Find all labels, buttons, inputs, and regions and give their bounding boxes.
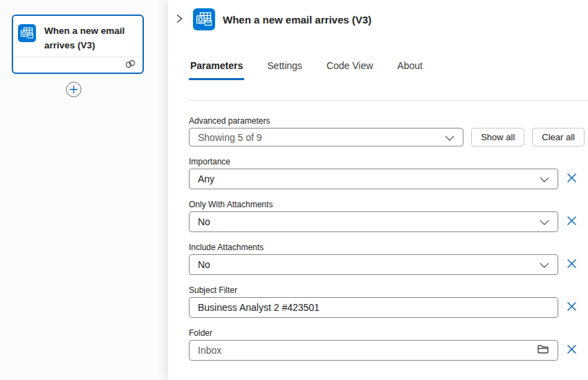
close-icon bbox=[567, 216, 577, 228]
panel-tabs: Parameters Settings Code View About bbox=[189, 60, 588, 80]
trigger-card[interactable]: When a new email arrives (V3) bbox=[12, 15, 144, 74]
clear-importance-button[interactable] bbox=[567, 174, 577, 184]
importance-value: Any bbox=[198, 173, 540, 184]
only-with-attachments-dropdown[interactable]: No bbox=[189, 211, 558, 232]
tabs-divider bbox=[187, 100, 588, 101]
include-attachments-value: No bbox=[198, 259, 540, 270]
clear-folder-button[interactable] bbox=[567, 345, 577, 356]
folder-label: Folder bbox=[189, 328, 585, 338]
trigger-settings-panel: When a new email arrives (V3) Parameters… bbox=[168, 0, 588, 380]
flow-canvas: When a new email arrives (V3) bbox=[0, 0, 168, 380]
trigger-card-title: When a new email arrives (V3) bbox=[44, 23, 137, 53]
folder-icon bbox=[537, 344, 549, 357]
subject-filter-field bbox=[189, 297, 558, 318]
panel-header: When a new email arrives (V3) bbox=[168, 0, 588, 30]
include-attachments-dropdown[interactable]: No bbox=[189, 254, 558, 275]
folder-value: Inbox bbox=[198, 345, 531, 356]
add-step-button[interactable] bbox=[66, 82, 82, 97]
include-attachments-label: Include Attachments bbox=[189, 243, 585, 252]
only-with-attachments-label: Only With Attachments bbox=[189, 200, 585, 209]
collapse-panel-button[interactable] bbox=[173, 8, 185, 30]
tab-parameters[interactable]: Parameters bbox=[189, 60, 244, 80]
chevron-down-icon bbox=[540, 258, 549, 271]
clear-all-button[interactable]: Clear all bbox=[532, 128, 585, 146]
close-icon bbox=[567, 301, 577, 314]
close-icon bbox=[567, 344, 577, 357]
show-all-button[interactable]: Show all bbox=[471, 128, 524, 146]
chevron-right-icon bbox=[175, 13, 183, 26]
only-with-attachments-value: No bbox=[198, 216, 540, 227]
folder-picker-field[interactable]: Inbox bbox=[189, 340, 558, 361]
parameters-content: Advanced parameters Showing 5 of 9 Show … bbox=[168, 116, 588, 361]
subject-filter-input[interactable] bbox=[198, 302, 549, 313]
tab-code-view[interactable]: Code View bbox=[325, 60, 374, 80]
clear-include-attachments-button[interactable] bbox=[567, 260, 577, 270]
browse-folder-button[interactable] bbox=[537, 344, 549, 357]
chevron-down-icon bbox=[445, 131, 454, 144]
importance-dropdown[interactable]: Any bbox=[189, 169, 558, 189]
importance-label: Importance bbox=[189, 157, 585, 167]
advanced-parameters-dropdown-value: Showing 5 of 9 bbox=[198, 132, 445, 143]
panel-title: When a new email arrives (V3) bbox=[223, 14, 371, 26]
clear-subject-filter-button[interactable] bbox=[567, 303, 577, 313]
clear-only-with-attachments-button[interactable] bbox=[567, 217, 577, 227]
tab-settings[interactable]: Settings bbox=[266, 60, 304, 80]
advanced-parameters-dropdown[interactable]: Showing 5 of 9 bbox=[189, 128, 463, 146]
chevron-down-icon bbox=[540, 216, 549, 228]
advanced-parameters-label: Advanced parameters bbox=[189, 116, 585, 126]
tab-about[interactable]: About bbox=[396, 60, 424, 80]
plus-icon bbox=[66, 89, 82, 99]
chevron-down-icon bbox=[540, 173, 549, 185]
subject-filter-label: Subject Filter bbox=[189, 285, 585, 295]
outlook-connector-icon bbox=[18, 24, 36, 42]
outlook-connector-icon bbox=[193, 8, 215, 30]
close-icon bbox=[567, 258, 577, 271]
close-icon bbox=[567, 173, 577, 185]
connection-status-icon bbox=[125, 59, 136, 71]
